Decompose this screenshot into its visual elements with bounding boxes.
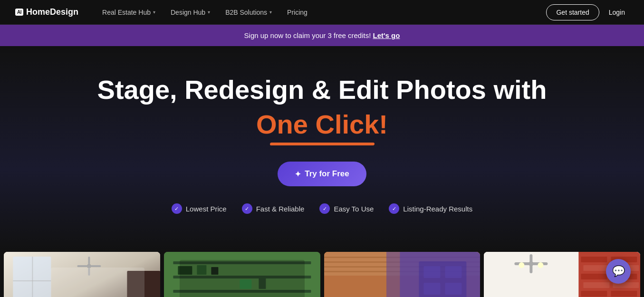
nav-item-pricing[interactable]: Pricing [280, 5, 314, 20]
svg-rect-35 [445, 266, 461, 278]
sparkle-icon: ✦ [295, 170, 301, 179]
svg-point-54 [519, 262, 525, 268]
feature-lowest-price: ✓ Lowest Price [172, 203, 227, 214]
svg-rect-41 [581, 257, 607, 262]
promo-banner: Sign up now to claim your 3 free credits… [0, 25, 644, 46]
hero-title-accent: One Click! [10, 109, 634, 145]
svg-rect-3 [32, 257, 33, 297]
hero-title-line1: Stage, Redesign & Edit Photos with [10, 75, 634, 105]
svg-rect-4 [13, 280, 51, 281]
login-button[interactable]: Login [605, 5, 629, 20]
chevron-down-icon: ▾ [269, 10, 272, 15]
svg-rect-18 [240, 279, 251, 289]
svg-rect-36 [423, 283, 440, 295]
svg-rect-19 [259, 278, 266, 289]
room-image-2[interactable] [164, 252, 320, 297]
feature-label: Listing-Ready Results [403, 205, 472, 213]
logo[interactable]: AI HomeDesign [15, 7, 78, 17]
check-icon: ✓ [242, 203, 252, 214]
room-image-1[interactable] [4, 252, 160, 297]
svg-rect-33 [419, 261, 466, 297]
nav-item-b2b-solutions[interactable]: B2B Solutions ▾ [219, 5, 279, 20]
check-icon: ✓ [319, 203, 330, 214]
chat-bubble-button[interactable]: 💬 [606, 259, 631, 284]
room-image-grid [0, 252, 644, 297]
nav-item-design-hub[interactable]: Design Hub ▾ [164, 5, 217, 20]
svg-rect-16 [197, 265, 206, 275]
get-started-button[interactable]: Get started [546, 4, 599, 20]
hero-section: Stage, Redesign & Edit Photos with One C… [0, 46, 644, 252]
check-icon: ✓ [389, 203, 399, 214]
svg-rect-27 [324, 271, 481, 272]
nav-links: Real Estate Hub ▾ Design Hub ▾ B2B Solut… [96, 5, 546, 20]
svg-rect-37 [445, 283, 461, 295]
try-for-free-button[interactable]: ✦ Try for Free [278, 162, 366, 186]
svg-rect-12 [173, 276, 311, 278]
check-icon: ✓ [172, 203, 182, 214]
svg-rect-7 [88, 257, 90, 276]
feature-listing-ready: ✓ Listing-Ready Results [389, 203, 472, 214]
svg-rect-9 [127, 271, 160, 297]
chat-icon: 💬 [612, 265, 625, 278]
svg-rect-13 [173, 290, 311, 293]
svg-rect-25 [324, 261, 481, 263]
navigation: AI HomeDesign Real Estate Hub ▾ Design H… [0, 0, 644, 25]
logo-text: HomeDesign [26, 7, 78, 17]
banner-text: Sign up now to claim your 3 free credits… [244, 31, 371, 39]
svg-rect-17 [211, 267, 218, 275]
svg-point-55 [538, 262, 544, 268]
chevron-down-icon: ▾ [153, 10, 155, 15]
cta-label: Try for Free [305, 169, 349, 179]
svg-rect-11 [173, 261, 311, 264]
feature-list: ✓ Lowest Price ✓ Fast & Reliable ✓ Easy … [10, 203, 634, 214]
svg-rect-49 [581, 291, 607, 297]
svg-rect-50 [611, 291, 637, 297]
feature-easy-to-use: ✓ Easy To Use [319, 203, 374, 214]
logo-icon: AI [15, 9, 23, 16]
feature-label: Lowest Price [186, 205, 227, 213]
banner-link[interactable]: Let's go [373, 31, 400, 39]
svg-rect-26 [324, 266, 481, 268]
nav-item-real-estate-hub[interactable]: Real Estate Hub ▾ [96, 5, 162, 20]
svg-rect-15 [178, 266, 192, 275]
feature-label: Easy To Use [334, 205, 374, 213]
svg-rect-53 [530, 254, 533, 273]
svg-rect-34 [423, 266, 440, 278]
svg-rect-24 [324, 257, 481, 258]
room-image-3[interactable] [324, 252, 481, 297]
svg-rect-47 [584, 282, 610, 288]
svg-rect-10 [164, 252, 320, 297]
svg-rect-32 [400, 252, 480, 297]
feature-fast-reliable: ✓ Fast & Reliable [242, 203, 305, 214]
nav-actions: Get started Login [546, 4, 629, 20]
feature-label: Fast & Reliable [256, 205, 305, 213]
svg-rect-45 [581, 274, 607, 279]
chevron-down-icon: ▾ [208, 10, 210, 15]
